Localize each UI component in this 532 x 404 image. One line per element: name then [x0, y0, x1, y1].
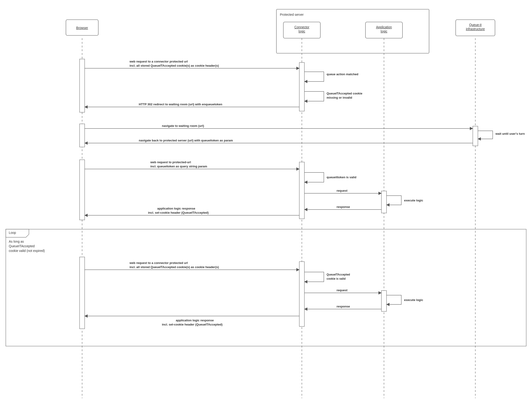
message-label: execute logic	[404, 199, 423, 202]
message-label: response	[336, 205, 350, 209]
self-message	[304, 91, 324, 101]
message-label: response	[336, 305, 350, 308]
message-label: application logic response	[176, 319, 214, 322]
loop-condition: cookie valid (not expired)	[9, 249, 45, 253]
activation	[473, 126, 478, 146]
participant-application: Applicationlogic	[366, 22, 402, 38]
activation	[299, 63, 304, 111]
self-message	[304, 272, 324, 282]
self-message	[386, 295, 401, 305]
message-label: request	[336, 288, 348, 292]
self-message	[304, 72, 324, 81]
message-label: queueittoken is valid	[327, 176, 356, 179]
message-label: web request to protected-url	[150, 160, 191, 164]
message-label: incl. set-cookie header (QueueITAccepted…	[148, 211, 209, 214]
participant-browser: Browser	[66, 20, 98, 35]
message-label: QueueITAccepted cookie	[327, 92, 362, 95]
activation	[299, 162, 304, 219]
message-label: navigate back to protected server (url) …	[139, 139, 233, 142]
loop-condition: QueueITAccepted	[9, 244, 35, 248]
self-message	[304, 172, 324, 182]
message-label: queue action matched	[327, 72, 358, 76]
message-label: web request to a connector protected url	[129, 261, 188, 265]
message-label: HTTP 302 redirect to waiting room (url) …	[139, 103, 222, 106]
message-label: incl. set-cookie header (QueueITAccepted…	[162, 323, 222, 326]
activation	[299, 262, 304, 326]
message-label: execute logic	[404, 298, 423, 302]
activation	[381, 191, 386, 213]
self-message	[478, 131, 493, 139]
participant-queueit: Queue-itinfrastructure	[456, 20, 495, 36]
message-label: wait until user's turn	[495, 132, 525, 136]
message-label: navigate to waiting room (url)	[162, 124, 204, 128]
message-label: incl. all stored QueueITAccepted cookie(…	[130, 64, 219, 67]
group-title: Protected server	[280, 13, 304, 16]
loop-title: Loop	[9, 231, 16, 235]
message-label: incl. all stored QueueITAccepted cookie(…	[130, 265, 219, 269]
activation	[381, 291, 386, 311]
activation	[80, 59, 85, 112]
message-label: QueueITAccepted	[327, 273, 350, 276]
activation	[80, 124, 85, 147]
self-message	[386, 196, 401, 205]
message-label: web request to a connector protected url	[129, 60, 188, 63]
message-label: missing or invalid	[327, 96, 352, 99]
message-label: incl. queueitoken as query string param	[150, 165, 207, 168]
message-label: cookie is valid	[327, 277, 346, 280]
loop-condition: As long as	[9, 240, 24, 243]
participant-connector: Connectorlogic	[283, 22, 320, 38]
message-label: application logic response	[157, 207, 195, 210]
activation	[80, 257, 85, 329]
message-label: request	[336, 189, 348, 192]
svg-text:Browser: Browser	[76, 26, 88, 30]
sequence-diagram: Protected server Browser Connectorlogic …	[0, 0, 532, 404]
activation	[80, 160, 85, 220]
